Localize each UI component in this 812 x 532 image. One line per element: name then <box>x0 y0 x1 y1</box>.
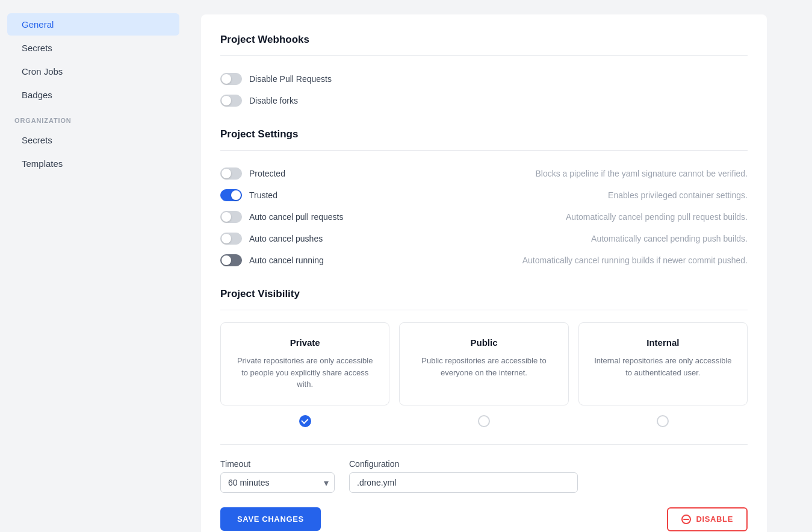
save-button[interactable]: SAVE CHANGES <box>220 507 321 531</box>
disable-icon <box>681 515 691 524</box>
sidebar-item-badges[interactable]: Badges <box>7 84 179 106</box>
timeout-group: Timeout 60 minutes30 minutes90 minutes12… <box>220 459 335 493</box>
toggle-left: Auto cancel pushes <box>220 233 323 245</box>
visibility-card-desc-private: Private repositories are only accessible… <box>233 355 377 390</box>
toggle-disable-pull-requests[interactable] <box>220 73 242 85</box>
toggle-row-disable-pull-requests: Disable Pull Requests <box>220 68 748 90</box>
toggle-left: Disable Pull Requests <box>220 73 332 85</box>
visibility-card-desc-internal: Internal repositories are only accessibl… <box>591 355 735 378</box>
toggle-left: Auto cancel running <box>220 254 324 266</box>
visibility-title: Project Visibility <box>220 288 748 300</box>
toggle-left: Trusted <box>220 189 277 201</box>
toggle-label-disable-forks: Disable forks <box>249 96 298 105</box>
sidebar-item-templates[interactable]: Templates <box>7 152 179 175</box>
toggle-auto-cancel-pull[interactable] <box>220 211 242 223</box>
visibility-card-private[interactable]: PrivatePrivate repositories are only acc… <box>220 322 389 405</box>
timeout-select-wrapper: 60 minutes30 minutes90 minutes120 minute… <box>220 472 335 493</box>
visibility-card-title-internal: Internal <box>591 337 735 348</box>
sidebar-item-org-secrets[interactable]: Secrets <box>7 129 179 151</box>
toggle-label-protected: Protected <box>249 169 285 178</box>
content-card: Project Webhooks Disable Pull RequestsDi… <box>201 14 767 532</box>
toggle-protected[interactable] <box>220 167 242 180</box>
toggle-desc-auto-cancel-pushes: Automatically cancel pending push builds… <box>591 234 748 243</box>
visibility-radio-cell-internal <box>578 415 748 427</box>
toggle-label-auto-cancel-pushes: Auto cancel pushes <box>249 234 323 243</box>
toggle-row-disable-forks: Disable forks <box>220 90 748 111</box>
visibility-radio-private[interactable] <box>299 415 311 427</box>
toggle-auto-cancel-running[interactable] <box>220 254 242 266</box>
disable-label: DISABLE <box>696 515 733 524</box>
visibility-radio-cell-private <box>220 415 389 427</box>
toggle-disable-forks[interactable] <box>220 95 242 107</box>
toggle-trusted[interactable] <box>220 189 242 201</box>
toggle-auto-cancel-pushes[interactable] <box>220 233 242 245</box>
config-label: Configuration <box>349 459 578 469</box>
sidebar-item-cron-jobs[interactable]: Cron Jobs <box>7 60 179 83</box>
form-row: Timeout 60 minutes30 minutes90 minutes12… <box>220 459 748 493</box>
action-row: SAVE CHANGES DISABLE <box>220 507 748 531</box>
toggle-row-auto-cancel-running: Auto cancel runningAutomatically cancel … <box>220 249 748 271</box>
settings-section: Project Settings ProtectedBlocks a pipel… <box>220 128 748 271</box>
toggle-desc-auto-cancel-running: Automatically cancel running builds if n… <box>522 255 748 265</box>
toggle-desc-auto-cancel-pull: Automatically cancel pending pull reques… <box>566 212 748 222</box>
toggle-label-disable-pull-requests: Disable Pull Requests <box>249 74 332 84</box>
visibility-radio-internal[interactable] <box>657 415 669 427</box>
toggle-row-protected: ProtectedBlocks a pipeline if the yaml s… <box>220 163 748 184</box>
toggle-left: Protected <box>220 167 285 180</box>
visibility-section: Project Visibility PrivatePrivate reposi… <box>220 288 748 427</box>
webhooks-title: Project Webhooks <box>220 34 748 46</box>
toggle-label-trusted: Trusted <box>249 190 277 200</box>
visibility-card-title-private: Private <box>233 337 377 348</box>
config-input[interactable] <box>349 472 578 493</box>
config-group: Configuration <box>349 459 578 493</box>
toggle-left: Auto cancel pull requests <box>220 211 343 223</box>
toggle-desc-trusted: Enables privileged container settings. <box>608 190 748 200</box>
sidebar-item-general[interactable]: General <box>7 13 179 36</box>
toggle-label-auto-cancel-pull: Auto cancel pull requests <box>249 212 343 222</box>
visibility-card-title-public: Public <box>412 337 556 348</box>
settings-title: Project Settings <box>220 128 748 140</box>
toggle-left: Disable forks <box>220 95 298 107</box>
visibility-radio-public[interactable] <box>478 415 490 427</box>
webhooks-section: Project Webhooks Disable Pull RequestsDi… <box>220 34 748 111</box>
timeout-label: Timeout <box>220 459 335 469</box>
toggle-label-auto-cancel-running: Auto cancel running <box>249 255 324 265</box>
disable-button[interactable]: DISABLE <box>667 507 748 531</box>
toggle-row-auto-cancel-pushes: Auto cancel pushesAutomatically cancel p… <box>220 228 748 249</box>
visibility-card-internal[interactable]: InternalInternal repositories are only a… <box>578 322 748 405</box>
sidebar-item-secrets[interactable]: Secrets <box>7 37 179 59</box>
sidebar: GeneralSecretsCron JobsBadgesORGANIZATIO… <box>0 0 187 532</box>
toggle-row-auto-cancel-pull: Auto cancel pull requestsAutomatically c… <box>220 206 748 228</box>
timeout-select[interactable]: 60 minutes30 minutes90 minutes120 minute… <box>220 472 335 493</box>
toggle-desc-protected: Blocks a pipeline if the yaml signature … <box>535 169 748 178</box>
org-section-label: ORGANIZATION <box>0 107 187 128</box>
main-content: Project Webhooks Disable Pull RequestsDi… <box>187 0 812 532</box>
visibility-card-desc-public: Public repositories are accessible to ev… <box>412 355 556 378</box>
visibility-card-public[interactable]: PublicPublic repositories are accessible… <box>399 322 568 405</box>
visibility-radio-cell-public <box>399 415 568 427</box>
toggle-row-trusted: TrustedEnables privileged container sett… <box>220 184 748 206</box>
